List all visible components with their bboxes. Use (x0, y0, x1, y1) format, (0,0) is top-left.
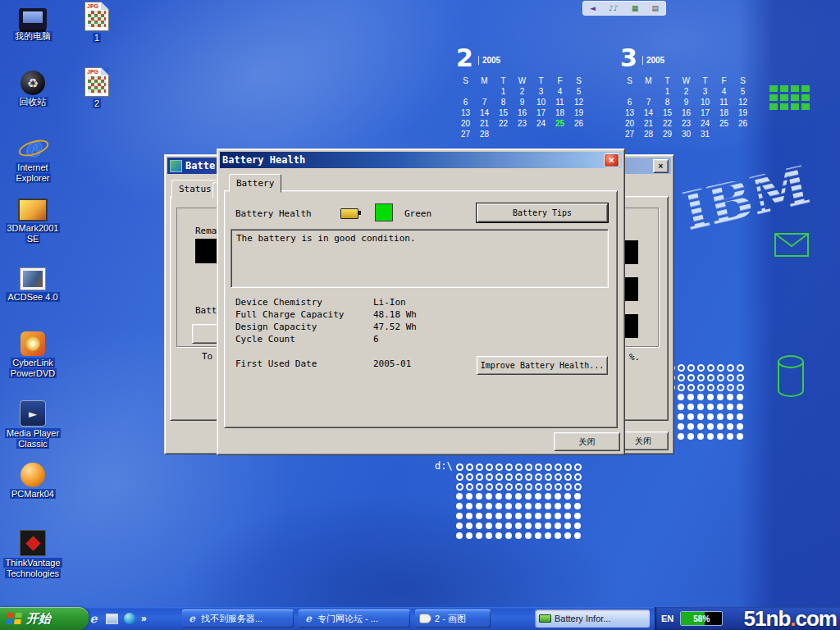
desktop-icon-thinkvantage[interactable]: ThinkVantage Technologies (0, 530, 66, 579)
desktop-icon-acdsee[interactable]: ACDSee 4.0 (0, 267, 66, 303)
desktop-icon-powerdvd[interactable]: CyberLink PowerDVD (0, 331, 66, 379)
health-status-swatch (375, 203, 393, 221)
battery-health-titlebar[interactable]: Battery Health × (220, 152, 622, 168)
dot (505, 503, 512, 509)
calendar-day: 7 (475, 97, 494, 107)
language-indicator[interactable]: EN (661, 614, 673, 623)
start-button[interactable]: 开始 (0, 607, 89, 630)
dot (555, 532, 561, 539)
desktop-file-label-text: 1 (93, 33, 101, 43)
wallpaper-calendar-march: 32005SMTWTFS1234567891011121314151617181… (620, 46, 761, 139)
mpc-icon (20, 400, 46, 427)
calendar-day (733, 129, 752, 139)
dot (717, 413, 724, 420)
desktop-icon-my-computer[interactable]: 我的电脑 (0, 5, 66, 42)
media-player-icon[interactable] (124, 613, 135, 624)
dot (486, 532, 492, 539)
desktop-icon-3dmark[interactable]: 3DMark2001 SE (0, 199, 66, 244)
calendar-day-header: M (639, 75, 658, 86)
dot (564, 523, 571, 529)
dot (515, 483, 523, 491)
improve-battery-health-button[interactable]: Improve Battery Health... (477, 356, 608, 375)
dot (456, 513, 463, 519)
taskbar-task-label: 2 - 画图 (435, 613, 466, 625)
dot (486, 523, 492, 529)
dot (687, 374, 695, 381)
dot (476, 493, 482, 500)
tray-battery-indicator[interactable]: 58% (680, 611, 723, 626)
dot (515, 473, 523, 481)
calendar-month: 3 (620, 46, 637, 71)
acdsee-icon (20, 267, 46, 290)
internet-explorer-icon[interactable] (87, 612, 100, 625)
desktop-file[interactable]: JPG2 (77, 67, 116, 109)
taskbar: 开始 » 找不到服务器...专门网论坛 - ...2 - 画图Battery I… (0, 607, 840, 630)
desktop-icon-pcmark[interactable]: PCMark04 (0, 463, 66, 500)
dot (737, 433, 743, 440)
dot (678, 404, 684, 410)
dot (564, 483, 572, 491)
desktop-icon-mpc[interactable]: Media Player Classic (0, 400, 66, 450)
dot (737, 374, 744, 381)
calendar-day: 9 (513, 97, 532, 107)
dot (545, 523, 551, 529)
calendar-day-header: S (620, 75, 639, 86)
desktop-icon-recycle-bin[interactable]: 回收站 (0, 71, 66, 107)
show-desktop-icon[interactable] (106, 614, 118, 624)
dot (456, 523, 463, 529)
paint-icon (419, 614, 431, 623)
calendar-day: 22 (658, 118, 677, 129)
tab-battery[interactable]: Battery (229, 174, 281, 193)
dot (486, 463, 493, 471)
battery-health-label: Battery Health (235, 208, 312, 219)
dot (717, 433, 724, 440)
calendar-day: 23 (513, 118, 532, 129)
dot (707, 394, 714, 400)
desktop-icon-internet-explorer[interactable]: Internet Explorer (0, 133, 66, 184)
dot (495, 503, 502, 509)
calendar-day: 14 (475, 107, 494, 118)
calendar-day: 11 (550, 97, 569, 107)
desktop-icon-label-text: ThinkVantage Technologies (3, 558, 62, 578)
desktop-file[interactable]: JPG1 (77, 2, 116, 43)
dot (564, 513, 571, 519)
dot (525, 463, 532, 471)
taskbar-task-battery[interactable]: Battery Infor... (535, 609, 650, 628)
calendar-day: 5 (569, 86, 588, 97)
calendar-day: 8 (494, 97, 513, 107)
dot (495, 463, 503, 471)
battery-health-window[interactable]: Battery Health × Battery Battery Health … (217, 148, 625, 455)
calendar-day (620, 86, 639, 97)
dot (574, 532, 581, 539)
battery-percent: 58% (681, 612, 722, 625)
taskbar-task-ie[interactable]: 专门网论坛 - ... (299, 609, 410, 628)
dot (727, 394, 733, 400)
desktop: ◄ ♪♪ ▦ ▤ IBM 22005SMTWTFS123456789101112… (0, 0, 840, 630)
desktop-icon-label: CyberLink PowerDVD (0, 358, 66, 379)
dot (505, 493, 512, 500)
info-label: Device Chemistry (235, 297, 322, 308)
close-button[interactable]: 关闭 (618, 431, 669, 450)
close-button[interactable]: 关闭 (554, 432, 620, 451)
calendar-day: 19 (733, 107, 752, 118)
my-computer-icon (19, 8, 47, 30)
calendar-day: 15 (658, 107, 677, 118)
desktop-icon-label: PCMark04 (0, 489, 66, 500)
dot-pattern-right (668, 364, 746, 443)
taskbar-task-paint[interactable]: 2 - 画图 (415, 609, 491, 628)
dot (456, 473, 463, 481)
quick-launch-overflow[interactable]: » (141, 613, 147, 624)
close-icon[interactable]: × (653, 159, 669, 173)
ie-icon (186, 614, 198, 623)
calendar-day: 22 (494, 118, 513, 129)
desktop-icon-label: ThinkVantage Technologies (0, 558, 66, 579)
dot (456, 483, 463, 491)
battery-tips-button[interactable]: Battery Tips (477, 203, 608, 222)
dot (456, 493, 463, 500)
dot (525, 523, 532, 529)
close-icon[interactable]: × (604, 153, 619, 167)
calendar-day: 4 (714, 86, 733, 97)
dot (555, 463, 562, 471)
calendar-day: 2 (677, 86, 696, 97)
taskbar-task-ie[interactable]: 找不到服务器... (182, 609, 294, 628)
